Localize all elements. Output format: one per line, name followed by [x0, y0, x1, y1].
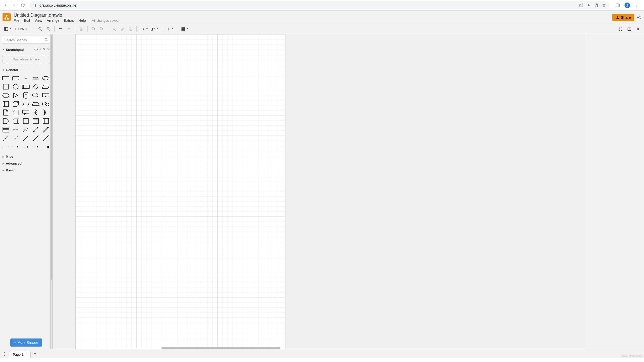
- address-bar[interactable]: drawio.wuxingge.online: [29, 1, 610, 9]
- site-settings-icon[interactable]: [33, 3, 37, 7]
- shape-dotted-line[interactable]: [11, 134, 20, 142]
- shape-step[interactable]: [22, 100, 30, 108]
- scratchpad-header[interactable]: ▼ Scratchpad ⓘ + ✎ ✕: [0, 46, 52, 53]
- document-title[interactable]: Untitled Diagram.drawio: [14, 11, 119, 18]
- shape-trapezoid[interactable]: [31, 100, 40, 108]
- shape-bidir-connector[interactable]: [31, 134, 40, 142]
- shape-ellipse[interactable]: [41, 74, 50, 82]
- shape-dashed-arrow[interactable]: [22, 143, 30, 151]
- shape-cube[interactable]: [11, 100, 20, 108]
- shape-process[interactable]: [22, 83, 30, 91]
- fill-color-button[interactable]: [111, 26, 118, 33]
- appearance-button[interactable]: [637, 15, 641, 20]
- nav-forward-button[interactable]: [11, 2, 18, 9]
- menu-view[interactable]: View: [35, 18, 42, 22]
- shape-list[interactable]: [2, 126, 10, 133]
- category-basic-header[interactable]: ▶Basic: [0, 167, 52, 174]
- redo-button[interactable]: [65, 26, 72, 33]
- shape-actor[interactable]: [31, 109, 40, 116]
- collapse-button[interactable]: [634, 26, 641, 33]
- scratchpad-close-icon[interactable]: ✕: [47, 47, 50, 52]
- bookmark-icon[interactable]: [602, 3, 606, 7]
- search-shapes-input[interactable]: Search Shapes: [2, 36, 50, 44]
- shape-dotted-arrow[interactable]: [31, 143, 40, 151]
- menu-extras[interactable]: Extras: [64, 18, 74, 22]
- line-color-button[interactable]: [119, 26, 126, 33]
- to-front-button[interactable]: [90, 26, 97, 33]
- shape-dashed-line[interactable]: [2, 134, 10, 142]
- nav-reload-button[interactable]: [19, 2, 26, 9]
- view-toggle-button[interactable]: [3, 26, 10, 33]
- scratchpad-help-icon[interactable]: ⓘ: [34, 47, 38, 52]
- shape-connection-arrow[interactable]: [41, 143, 50, 151]
- table-button[interactable]: [180, 26, 187, 33]
- side-panel-icon[interactable]: [614, 2, 621, 9]
- share-button[interactable]: Share: [612, 14, 634, 21]
- shape-data-storage[interactable]: [11, 117, 20, 125]
- shape-rectangle[interactable]: [2, 74, 10, 82]
- shape-tape[interactable]: [41, 100, 50, 108]
- menu-arrange[interactable]: Arrange: [47, 18, 59, 22]
- shape-note[interactable]: [2, 109, 10, 116]
- sidebar-scrollbar[interactable]: [50, 34, 52, 349]
- connection-button[interactable]: [139, 26, 146, 33]
- shape-link-arrow[interactable]: [11, 143, 20, 151]
- zoom-out-button[interactable]: [45, 26, 52, 33]
- delete-button[interactable]: [78, 26, 85, 33]
- shape-directional-connector[interactable]: [41, 134, 50, 142]
- pages-menu-button[interactable]: ⋮: [2, 351, 7, 356]
- translate-icon[interactable]: [587, 3, 591, 7]
- category-general-header[interactable]: ▼ General: [0, 66, 52, 73]
- shape-line[interactable]: [22, 134, 30, 142]
- shape-parallelogram[interactable]: [41, 83, 50, 91]
- shape-arrow[interactable]: [41, 126, 50, 133]
- shape-textbox[interactable]: Heading: [31, 74, 40, 82]
- profile-button[interactable]: [624, 2, 631, 9]
- shape-container[interactable]: [22, 117, 30, 125]
- canvas-area[interactable]: [53, 34, 586, 349]
- drawing-canvas[interactable]: [75, 34, 285, 349]
- shadow-button[interactable]: [127, 26, 134, 33]
- shape-callout[interactable]: [22, 109, 30, 116]
- to-back-button[interactable]: [98, 26, 105, 33]
- shape-list-item[interactable]: List Item: [11, 126, 20, 133]
- category-advanced-header[interactable]: ▶Advanced: [0, 160, 52, 167]
- shape-internal-storage[interactable]: [2, 100, 10, 108]
- shape-card[interactable]: [11, 109, 20, 116]
- zoom-in-button[interactable]: [37, 26, 44, 33]
- shape-square[interactable]: [2, 83, 10, 91]
- shape-cloud[interactable]: [31, 92, 40, 99]
- browser-menu-button[interactable]: [633, 2, 640, 9]
- chevron-up-icon[interactable]: ˄: [26, 353, 27, 356]
- scratchpad-add-icon[interactable]: +: [39, 47, 41, 52]
- menu-help[interactable]: Help: [78, 18, 86, 22]
- undo-button[interactable]: [57, 26, 64, 33]
- scratchpad-drop-zone[interactable]: Drag elements here: [3, 55, 50, 64]
- app-logo[interactable]: [3, 13, 11, 21]
- shape-link[interactable]: [2, 143, 10, 151]
- shape-titled-container[interactable]: [31, 117, 40, 125]
- shape-circle[interactable]: [11, 83, 20, 91]
- shape-hexagon[interactable]: [2, 92, 10, 99]
- shape-text[interactable]: Text: [22, 74, 30, 82]
- category-misc-header[interactable]: ▶Misc: [0, 153, 52, 160]
- shape-bidirectional-arrow[interactable]: [31, 126, 40, 133]
- menu-edit[interactable]: Edit: [24, 18, 30, 22]
- scratchpad-edit-icon[interactable]: ✎: [43, 47, 46, 52]
- waypoints-button[interactable]: [150, 26, 157, 33]
- page-tab[interactable]: Page-1 ˄: [9, 351, 31, 358]
- shape-or[interactable]: [41, 109, 50, 116]
- menu-file[interactable]: File: [14, 18, 19, 22]
- fullscreen-button[interactable]: [617, 26, 624, 33]
- shape-cylinder[interactable]: [22, 92, 30, 99]
- add-page-button[interactable]: +: [33, 351, 38, 356]
- horizontal-scrollbar[interactable]: [53, 347, 584, 349]
- shape-diamond[interactable]: [31, 83, 40, 91]
- shape-and[interactable]: [2, 117, 10, 125]
- nav-back-button[interactable]: [2, 2, 9, 9]
- format-panel-button[interactable]: [626, 26, 633, 33]
- insert-button[interactable]: [165, 26, 172, 33]
- install-app-icon[interactable]: [594, 3, 598, 7]
- shape-document[interactable]: [41, 92, 50, 99]
- shape-rounded-rectangle[interactable]: [11, 74, 20, 82]
